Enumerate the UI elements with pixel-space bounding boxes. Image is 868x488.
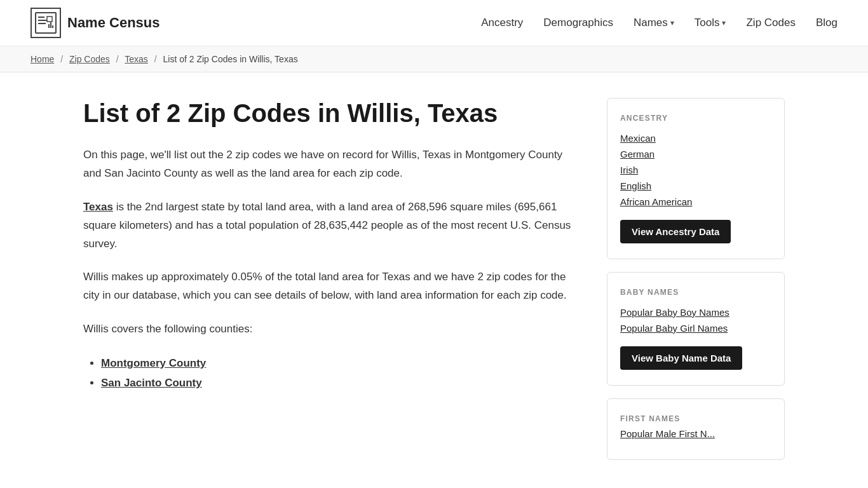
sidebar: ANCESTRY Mexican German Irish English Af… bbox=[607, 98, 785, 473]
breadcrumb-zipcodes[interactable]: Zip Codes bbox=[69, 54, 110, 64]
popular-baby-girl-names-link[interactable]: Popular Baby Girl Names bbox=[620, 323, 771, 334]
list-item: Montgomery County bbox=[101, 354, 576, 374]
counties-intro: Willis covers the following counties: bbox=[83, 320, 576, 339]
texas-link[interactable]: Texas bbox=[83, 201, 113, 213]
names-chevron-icon: ▾ bbox=[670, 18, 674, 27]
view-ancestry-data-button[interactable]: View Ancestry Data bbox=[620, 220, 731, 243]
willis-paragraph: Willis makes up approximately 0.05% of t… bbox=[83, 268, 576, 305]
intro-paragraph: On this page, we'll list out the 2 zip c… bbox=[83, 146, 576, 183]
nav-zipcodes[interactable]: Zip Codes bbox=[746, 17, 795, 29]
list-item: San Jacinto County bbox=[101, 374, 576, 393]
logo-text: Name Census bbox=[67, 15, 160, 31]
counties-list: Montgomery County San Jacinto County bbox=[83, 354, 576, 393]
popular-baby-boy-names-link[interactable]: Popular Baby Boy Names bbox=[620, 307, 771, 318]
svg-rect-2 bbox=[38, 20, 47, 21]
svg-rect-5 bbox=[48, 24, 50, 28]
ancestry-card: ANCESTRY Mexican German Irish English Af… bbox=[607, 98, 785, 259]
view-baby-name-data-button[interactable]: View Baby Name Data bbox=[620, 346, 742, 370]
site-header: Name Census Ancestry Demographics Names … bbox=[0, 0, 868, 46]
baby-names-card: BABY NAMES Popular Baby Boy Names Popula… bbox=[607, 272, 785, 386]
baby-names-card-title: BABY NAMES bbox=[620, 288, 771, 297]
texas-paragraph: Texas is the 2nd largest state by total … bbox=[83, 198, 576, 254]
breadcrumb-home[interactable]: Home bbox=[31, 54, 54, 64]
svg-rect-6 bbox=[50, 22, 51, 28]
nav-ancestry[interactable]: Ancestry bbox=[481, 17, 523, 29]
popular-male-first-names-link[interactable]: Popular Male First N... bbox=[620, 428, 771, 439]
breadcrumb-texas[interactable]: Texas bbox=[125, 54, 148, 64]
breadcrumb: Home / Zip Codes / Texas / List of 2 Zip… bbox=[0, 46, 868, 72]
ancestry-link-english[interactable]: English bbox=[620, 180, 771, 191]
ancestry-link-african-american[interactable]: African American bbox=[620, 196, 771, 207]
san-jacinto-county-link[interactable]: San Jacinto County bbox=[101, 377, 202, 389]
breadcrumb-sep-1: / bbox=[60, 54, 63, 64]
breadcrumb-sep-2: / bbox=[116, 54, 119, 64]
logo[interactable]: Name Census bbox=[31, 8, 160, 38]
page-title: List of 2 Zip Codes in Willis, Texas bbox=[83, 98, 576, 128]
main-nav: Ancestry Demographics Names ▾ Tools ▾ Zi… bbox=[481, 17, 837, 29]
first-names-card-title: FIRST NAMES bbox=[620, 414, 771, 423]
montgomery-county-link[interactable]: Montgomery County bbox=[101, 357, 206, 369]
ancestry-card-title: ANCESTRY bbox=[620, 114, 771, 123]
nav-tools[interactable]: Tools ▾ bbox=[695, 17, 726, 29]
nav-names[interactable]: Names ▾ bbox=[634, 17, 674, 29]
breadcrumb-current: List of 2 Zip Codes in Willis, Texas bbox=[163, 54, 298, 64]
breadcrumb-sep-3: / bbox=[154, 54, 157, 64]
nav-demographics[interactable]: Demographics bbox=[543, 17, 613, 29]
first-names-card: FIRST NAMES Popular Male First N... bbox=[607, 398, 785, 460]
ancestry-link-mexican[interactable]: Mexican bbox=[620, 133, 771, 144]
tools-chevron-icon: ▾ bbox=[722, 18, 726, 27]
ancestry-link-german[interactable]: German bbox=[620, 149, 771, 159]
main-column: List of 2 Zip Codes in Willis, Texas On … bbox=[83, 98, 576, 473]
ancestry-link-irish[interactable]: Irish bbox=[620, 165, 771, 175]
svg-rect-1 bbox=[38, 17, 44, 18]
svg-rect-3 bbox=[38, 23, 46, 24]
nav-blog[interactable]: Blog bbox=[816, 17, 837, 29]
page-content: List of 2 Zip Codes in Willis, Texas On … bbox=[53, 72, 815, 488]
svg-rect-7 bbox=[52, 25, 53, 28]
logo-icon bbox=[31, 8, 61, 38]
